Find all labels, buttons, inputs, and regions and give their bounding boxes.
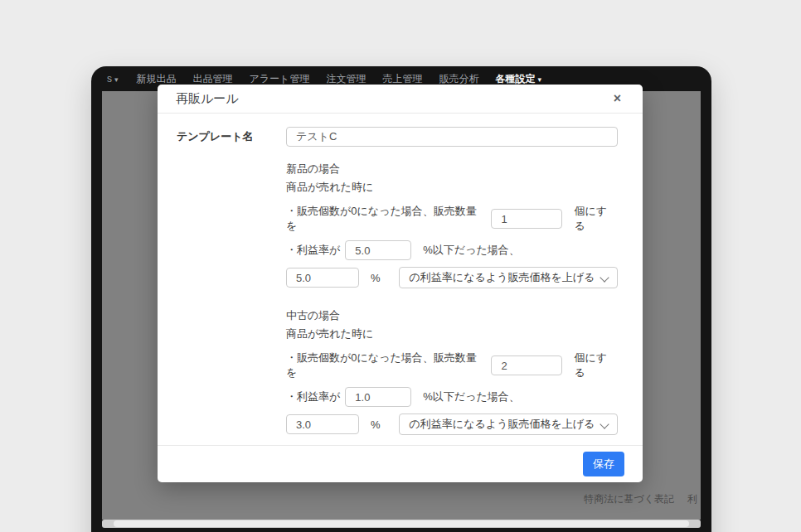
close-icon[interactable]: × (610, 90, 624, 107)
new-qty-rule-suffix: 個にする (574, 204, 618, 234)
section-new-heading: 新品の場合 (286, 163, 618, 175)
chevron-down-icon: ▾ (114, 75, 119, 84)
scrollbar-thumb[interactable] (114, 520, 689, 527)
template-name-row: テンプレート名 (177, 127, 618, 147)
new-target-unit: % (371, 272, 381, 284)
template-name-input[interactable] (286, 127, 618, 147)
modal-header: 再販ルール × (158, 85, 643, 114)
horizontal-scrollbar[interactable] (102, 520, 701, 528)
nav-item-sales-management[interactable]: 売上管理 (382, 72, 422, 86)
new-qty-input[interactable] (491, 209, 562, 229)
new-qty-rule-prefix: ・販売個数が0になった場合、販売数量を (286, 204, 486, 234)
chevron-down-icon (600, 273, 609, 282)
used-qty-input[interactable] (491, 355, 562, 375)
chevron-down-icon (600, 419, 609, 428)
nav-item-new-listing[interactable]: 新規出品 (137, 72, 177, 86)
used-profit-suffix: %以下だった場合、 (423, 389, 519, 404)
used-target-unit: % (371, 418, 381, 431)
section-new-when-label: 商品が売れた時に (286, 181, 618, 193)
used-profit-threshold-input[interactable] (345, 387, 411, 407)
used-qty-rule-suffix: 個にする (574, 351, 618, 380)
new-profit-suffix: %以下だった場合、 (423, 243, 519, 258)
resale-rule-modal: 再販ルール × テンプレート名 新品の場合 商品が売れた時に ・販売個数が0にな… (158, 85, 643, 482)
new-profit-prefix: ・利益率が (286, 243, 340, 258)
used-action-row: % の利益率になるよう販売価格を上げる (286, 414, 618, 435)
nav-item-settings[interactable]: 各種設定▾ (495, 72, 541, 86)
new-action-row: % の利益率になるよう販売価格を上げる (286, 267, 618, 288)
footer-link-partial[interactable]: 利 (687, 492, 697, 506)
nav-item-sales-analysis[interactable]: 販売分析 (439, 72, 478, 86)
nav-item-listing-management[interactable]: 出品管理 (193, 72, 233, 86)
template-name-label: テンプレート名 (177, 129, 286, 144)
used-qty-rule-prefix: ・販売個数が0になった場合、販売数量を (286, 351, 486, 380)
new-profit-condition-row: ・利益率が %以下だった場合、 (286, 240, 618, 260)
footer-link-legal[interactable]: 特商法に基づく表記 (584, 492, 674, 506)
nav-item-alert-management[interactable]: アラート管理 (250, 72, 310, 86)
used-target-profit-input[interactable] (286, 414, 359, 434)
new-target-profit-input[interactable] (286, 268, 359, 288)
used-profit-condition-row: ・利益率が %以下だった場合、 (286, 387, 618, 407)
section-used-heading: 中古の場合 (286, 310, 618, 322)
modal-footer: 保存 (158, 445, 643, 482)
page-footer-links: 特商法に基づく表記 利 (584, 492, 697, 506)
rules-container: 新品の場合 商品が売れた時に ・販売個数が0になった場合、販売数量を 個にする … (286, 163, 618, 435)
section-used-when-label: 商品が売れた時に (286, 328, 618, 340)
nav-item-order-management[interactable]: 注文管理 (326, 72, 366, 86)
chevron-down-icon: ▾ (537, 75, 541, 84)
used-action-select[interactable]: の利益率になるよう販売価格を上げる (399, 414, 618, 435)
new-action-select[interactable]: の利益率になるよう販売価格を上げる (399, 267, 618, 288)
nav-brand[interactable]: s▾ (107, 73, 119, 85)
save-button[interactable]: 保存 (583, 452, 624, 476)
new-qty-rule-row: ・販売個数が0になった場合、販売数量を 個にする (286, 204, 618, 234)
used-qty-rule-row: ・販売個数が0になった場合、販売数量を 個にする (286, 351, 618, 380)
used-action-selected-option: の利益率になるよう販売価格を上げる (410, 417, 595, 432)
new-action-selected-option: の利益率になるよう販売価格を上げる (410, 270, 595, 285)
modal-title: 再販ルール (176, 91, 239, 107)
new-profit-threshold-input[interactable] (345, 240, 411, 260)
modal-body: テンプレート名 新品の場合 商品が売れた時に ・販売個数が0になった場合、販売数… (158, 114, 643, 445)
used-profit-prefix: ・利益率が (286, 389, 340, 404)
